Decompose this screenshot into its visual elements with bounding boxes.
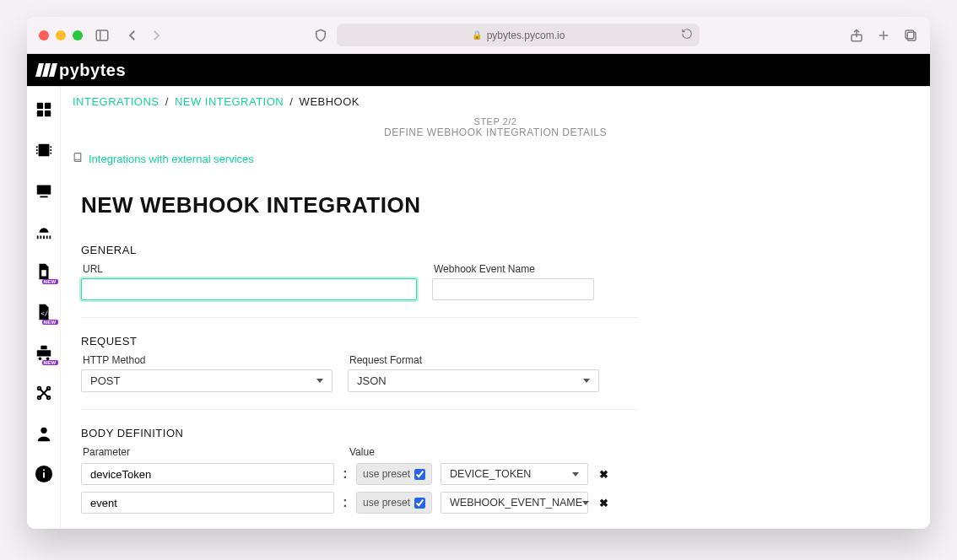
sidebar-toggle-icon[interactable] (95, 28, 110, 43)
request-format-select[interactable]: JSON (348, 369, 599, 392)
event-name-input[interactable] (432, 278, 594, 300)
window-controls (39, 30, 83, 40)
body-row: event : use preset WEBHOOK_EVENT_NAME ✖ (81, 492, 638, 514)
sidebar-item-devices[interactable] (35, 141, 53, 159)
svg-rect-6 (906, 30, 914, 39)
request-format-label: Request Format (349, 354, 599, 366)
svg-rect-11 (38, 144, 49, 157)
sidebar-item-integrations[interactable] (35, 384, 53, 402)
svg-rect-39 (43, 472, 45, 477)
sidebar-item-signals[interactable] (35, 181, 53, 200)
section-heading-request: Request (81, 335, 638, 347)
http-method-select[interactable]: POST (81, 369, 333, 392)
address-bar[interactable]: 🔒 pybytes.pycom.io (337, 24, 700, 46)
svg-point-37 (41, 428, 46, 433)
url-input[interactable] (81, 278, 417, 300)
request-format-value: JSON (357, 374, 387, 387)
logo[interactable]: pybytes (37, 61, 126, 80)
sidebar-item-info[interactable] (35, 465, 53, 483)
sidebar-item-pymesh[interactable]: NEW (35, 343, 53, 362)
http-method-label: HTTP Method (83, 354, 333, 366)
body-param-input[interactable]: deviceToken (81, 463, 334, 485)
http-method-value: POST (90, 374, 120, 387)
close-window-button[interactable] (39, 30, 49, 40)
body-row: deviceToken : use preset DEVICE_TOKEN ✖ (81, 463, 638, 485)
section-body-definition: Body Definition Parameter Value deviceTo… (81, 420, 638, 529)
svg-rect-15 (50, 146, 51, 148)
sidebar-item-dashboard[interactable] (35, 100, 53, 119)
step-description: Define Webhook Integration Details (61, 127, 930, 138)
svg-rect-12 (35, 146, 37, 148)
event-name-label: Webhook Event Name (434, 263, 594, 275)
svg-point-29 (38, 358, 41, 361)
svg-rect-28 (41, 346, 46, 350)
column-value: Value (349, 446, 375, 458)
column-parameter: Parameter (83, 446, 336, 458)
sidebar-item-networks[interactable] (35, 222, 53, 240)
new-badge: NEW (42, 360, 58, 365)
help-link-row: Integrations with external services (61, 150, 930, 174)
chevron-down-icon (583, 379, 590, 383)
chevron-down-icon (582, 501, 589, 505)
url-label: URL (83, 263, 417, 275)
use-preset-toggle[interactable]: use preset (356, 492, 432, 514)
address-bar-text: pybytes.pycom.io (487, 30, 565, 41)
sidebar: NEW </> NEW NEW (27, 87, 61, 529)
section-heading-general: General (81, 244, 638, 256)
maximize-window-button[interactable] (73, 30, 83, 40)
body-param-input[interactable]: event (81, 492, 334, 514)
browser-toolbar: 🔒 pybytes.pycom.io (27, 17, 930, 54)
preset-value-select[interactable]: WEBHOOK_EVENT_NAME (441, 492, 588, 514)
logo-text: pybytes (59, 61, 126, 80)
svg-rect-16 (50, 149, 51, 151)
book-icon (73, 152, 84, 165)
breadcrumb-new-integration[interactable]: New Integration (175, 95, 284, 108)
svg-rect-13 (35, 149, 37, 151)
section-request: Request HTTP Method POST Request Format (81, 328, 638, 410)
minimize-window-button[interactable] (56, 30, 66, 40)
use-preset-checkbox[interactable] (414, 469, 425, 480)
remove-row-button[interactable]: ✖ (597, 496, 610, 509)
svg-text:</>: </> (41, 310, 52, 317)
svg-rect-40 (43, 470, 45, 471)
remove-row-button[interactable]: ✖ (597, 467, 610, 481)
nav-back-button[interactable] (125, 28, 140, 43)
browser-window: 🔒 pybytes.pycom.io pybytes (27, 17, 930, 529)
reload-icon[interactable] (681, 28, 693, 42)
svg-rect-19 (40, 196, 47, 197)
sidebar-item-pymakr[interactable]: </> NEW (35, 303, 53, 321)
logo-mark-icon (37, 63, 56, 77)
breadcrumb: Integrations / New Integration / Webhook (61, 87, 930, 111)
form-card: New Webhook Integration General URL Webh… (81, 177, 638, 529)
svg-rect-14 (35, 153, 37, 154)
nav-forward-button[interactable] (149, 28, 164, 43)
svg-rect-18 (36, 186, 51, 195)
new-badge: NEW (42, 279, 58, 284)
step-number: Step 2/2 (61, 116, 930, 127)
svg-rect-9 (36, 110, 42, 116)
shield-icon[interactable] (313, 28, 328, 43)
tabs-overview-icon[interactable] (903, 28, 918, 43)
svg-rect-25 (41, 270, 46, 276)
section-general: General URL Webhook Event Name (81, 237, 638, 318)
use-preset-checkbox[interactable] (414, 498, 425, 509)
use-preset-toggle[interactable]: use preset (356, 463, 432, 485)
breadcrumb-current: Webhook (300, 95, 360, 108)
sidebar-item-sim[interactable]: NEW (35, 262, 53, 281)
main-content: Integrations / New Integration / Webhook… (61, 87, 930, 529)
svg-rect-27 (36, 350, 51, 356)
lock-icon: 🔒 (472, 30, 482, 40)
preset-value-select[interactable]: DEVICE_TOKEN (441, 463, 588, 485)
svg-rect-17 (50, 153, 51, 154)
svg-rect-8 (44, 103, 50, 109)
new-tab-icon[interactable] (876, 28, 891, 43)
app-header: pybytes (27, 54, 930, 86)
svg-rect-5 (907, 32, 916, 40)
breadcrumb-integrations[interactable]: Integrations (73, 95, 160, 108)
svg-rect-7 (36, 103, 42, 109)
help-link[interactable]: Integrations with external services (89, 153, 254, 165)
chevron-down-icon (572, 472, 579, 477)
sidebar-item-account[interactable] (35, 424, 53, 443)
share-icon[interactable] (849, 28, 864, 43)
chevron-down-icon (316, 379, 323, 383)
